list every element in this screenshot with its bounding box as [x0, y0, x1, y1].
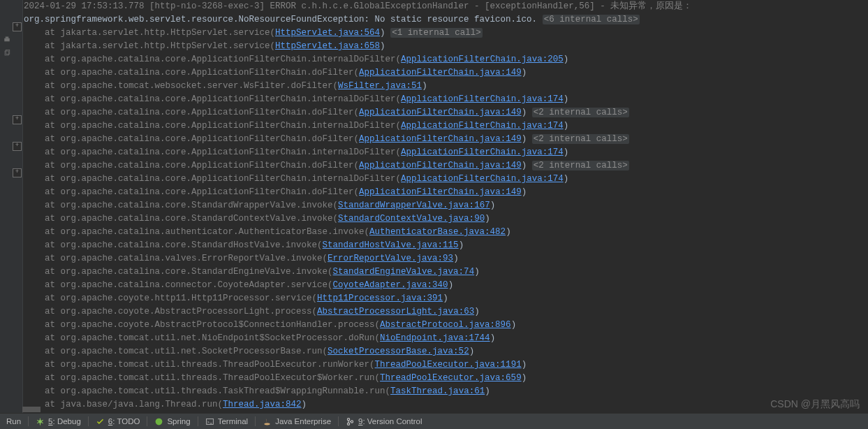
stack-line: at org.apache.catalina.core.ApplicationF… — [24, 146, 868, 159]
source-link[interactable]: ApplicationFilterChain.java:149 — [359, 187, 522, 197]
source-link[interactable]: ApplicationFilterChain.java:149 — [359, 108, 522, 117]
source-link[interactable]: SocketProcessorBase.java:52 — [328, 347, 469, 356]
stack-line: at org.apache.catalina.authenticator.Aut… — [24, 226, 868, 239]
svg-point-8 — [347, 418, 349, 420]
stack-line: at org.apache.tomcat.util.net.SocketProc… — [24, 345, 868, 358]
source-link[interactable]: AbstractProtocol.java:896 — [380, 320, 511, 330]
source-link[interactable]: StandardWrapperValve.java:167 — [338, 201, 490, 210]
expand-icon[interactable]: + — [13, 168, 22, 177]
source-link[interactable]: NioEndpoint.java:1744 — [380, 333, 490, 343]
tab-run[interactable]: Run — [0, 414, 27, 429]
fold-badge[interactable]: <2 internal calls> — [532, 161, 629, 170]
source-link[interactable]: ApplicationFilterChain.java:205 — [401, 54, 564, 64]
tab-spring[interactable]: Spring — [148, 414, 196, 429]
bug-icon — [36, 417, 45, 426]
svg-point-5 — [156, 418, 163, 425]
source-link[interactable]: StandardHostValve.java:115 — [323, 240, 459, 250]
fold-badge[interactable]: <2 internal calls> — [532, 134, 629, 144]
stack-line: at org.apache.catalina.core.ApplicationF… — [24, 119, 868, 133]
stack-line: at org.apache.catalina.core.ApplicationF… — [24, 186, 868, 199]
stack-line: at org.apache.catalina.core.StandardCont… — [24, 212, 868, 226]
fold-badge[interactable]: <1 internal call> — [390, 28, 483, 38]
source-link[interactable]: AbstractProcessorLight.java:63 — [317, 307, 474, 317]
source-link[interactable]: ApplicationFilterChain.java:149 — [359, 161, 522, 170]
svg-rect-2 — [5, 51, 8, 55]
tab-version-control[interactable]: 9: Version Control — [339, 414, 428, 429]
stack-line: at org.apache.coyote.http11.Http11Proces… — [24, 292, 868, 305]
stack-line: at org.apache.catalina.core.ApplicationF… — [24, 133, 868, 146]
expand-icon[interactable]: + — [13, 142, 22, 151]
fold-badge[interactable]: <6 internal calls> — [543, 15, 640, 24]
stack-line: at org.apache.catalina.core.ApplicationF… — [24, 159, 868, 173]
expand-icon[interactable]: + — [13, 22, 22, 31]
copy-icon — [3, 49, 11, 57]
svg-point-4 — [38, 420, 42, 423]
source-link[interactable]: HttpServlet.java:564 — [275, 28, 380, 38]
stack-line: at org.apache.catalina.valves.ErrorRepor… — [24, 252, 868, 266]
source-link[interactable]: TaskThread.java:61 — [390, 386, 485, 396]
stack-line: at org.apache.catalina.core.StandardEngi… — [24, 266, 868, 279]
fold-badge[interactable]: <2 internal calls> — [532, 108, 629, 117]
stack-line: at org.apache.catalina.core.ApplicationF… — [24, 106, 868, 119]
tab-todo[interactable]: 6: TODO — [89, 414, 147, 429]
terminal-icon — [205, 417, 214, 426]
stack-line: at org.apache.catalina.core.ApplicationF… — [24, 66, 868, 80]
source-link[interactable]: StandardEngineValve.java:74 — [333, 267, 475, 277]
source-link[interactable]: AuthenticatorBase.java:482 — [369, 227, 506, 237]
source-link[interactable]: ApplicationFilterChain.java:149 — [359, 134, 522, 144]
stack-line: at org.apache.catalina.core.ApplicationF… — [24, 53, 868, 66]
source-link[interactable]: ApplicationFilterChain.java:174 — [401, 174, 564, 184]
source-link[interactable]: ApplicationFilterChain.java:174 — [401, 147, 564, 157]
exception-line: org.springframework.web.servlet.resource… — [24, 15, 537, 24]
source-link[interactable]: Http11Processor.java:391 — [317, 293, 443, 303]
stack-line: at org.apache.coyote.AbstractProtocol$Co… — [24, 319, 868, 332]
spring-icon — [154, 417, 163, 426]
stack-line: at org.apache.catalina.core.StandardHost… — [24, 239, 868, 252]
todo-icon — [96, 417, 105, 426]
stack-line: at jakarta.servlet.http.HttpServlet.serv… — [24, 40, 868, 53]
stack-line: at org.apache.tomcat.util.net.NioEndpoin… — [24, 332, 868, 345]
vcs-icon — [346, 417, 355, 426]
separator — [28, 416, 29, 426]
stack-line: at org.apache.coyote.AbstractProcessorLi… — [24, 305, 868, 319]
java-enterprise-icon — [263, 417, 272, 426]
svg-point-7 — [265, 423, 270, 425]
svg-rect-3 — [6, 50, 10, 54]
status-bar: Run 5: Debug 6: TODO Spring Terminal Jav… — [0, 413, 868, 429]
console-output[interactable]: + + + + 2024-01-29 17:53:13.778 [http-ni… — [0, 0, 868, 414]
source-link[interactable]: WsFilter.java:51 — [338, 81, 422, 91]
tab-java-enterprise[interactable]: Java Enterprise — [256, 414, 337, 429]
stack-line: at org.apache.tomcat.util.threads.TaskTh… — [24, 385, 868, 398]
stack-line: at org.apache.catalina.core.ApplicationF… — [24, 93, 868, 106]
stack-line: at org.apache.tomcat.util.threads.Thread… — [24, 372, 868, 385]
stack-line: at java.base/java.lang.Thread.run(Thread… — [24, 398, 868, 412]
svg-point-9 — [347, 423, 349, 425]
expand-icon[interactable]: + — [13, 115, 22, 124]
stack-line: at org.apache.tomcat.websocket.server.Ws… — [24, 80, 868, 93]
print-icon — [3, 36, 11, 44]
source-link[interactable]: CoyoteAdapter.java:340 — [333, 280, 448, 290]
source-link[interactable]: ApplicationFilterChain.java:174 — [401, 121, 564, 131]
log-line: 2024-01-29 17:53:13.778 [http-nio-3268-e… — [24, 1, 692, 11]
tab-debug[interactable]: 5: Debug — [29, 414, 87, 429]
source-link[interactable]: ApplicationFilterChain.java:174 — [401, 94, 564, 104]
stack-line: at org.apache.catalina.connector.CoyoteA… — [24, 279, 868, 292]
source-link[interactable]: ThreadPoolExecutor.java:1191 — [375, 360, 522, 370]
tab-terminal[interactable]: Terminal — [199, 414, 254, 429]
source-link[interactable]: Thread.java:842 — [223, 400, 302, 409]
source-link[interactable]: HttpServlet.java:658 — [275, 41, 380, 51]
source-link[interactable]: ApplicationFilterChain.java:149 — [359, 68, 522, 78]
stack-line: at jakarta.servlet.http.HttpServlet.serv… — [24, 27, 868, 40]
svg-rect-0 — [4, 38, 10, 42]
stack-line: at org.apache.catalina.core.StandardWrap… — [24, 199, 868, 212]
stack-line: at org.apache.tomcat.util.threads.Thread… — [24, 358, 868, 372]
gutter: + + + + — [0, 0, 23, 414]
svg-point-10 — [351, 420, 353, 422]
source-link[interactable]: ErrorReportValve.java:93 — [328, 254, 453, 263]
stack-line: at org.apache.catalina.core.ApplicationF… — [24, 173, 868, 186]
svg-rect-1 — [6, 37, 9, 38]
source-link[interactable]: ThreadPoolExecutor.java:659 — [380, 373, 522, 383]
source-link[interactable]: StandardContextValve.java:90 — [338, 214, 485, 224]
